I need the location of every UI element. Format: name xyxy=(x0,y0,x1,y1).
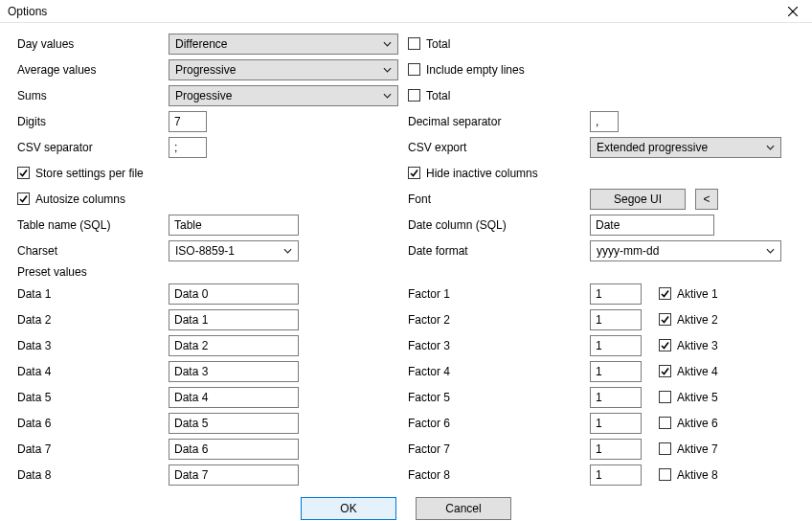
data-label: Data 8 xyxy=(17,468,169,482)
include-empty-checkbox[interactable]: Include empty lines xyxy=(408,63,525,77)
include-empty-label: Include empty lines xyxy=(426,63,525,77)
aktive-label: Aktive 8 xyxy=(677,468,718,482)
date-format-select[interactable]: yyyy-mm-dd xyxy=(590,240,781,261)
aktive-label: Aktive 7 xyxy=(677,442,718,456)
day-values-label: Day values xyxy=(17,37,169,51)
ok-button[interactable]: OK xyxy=(301,497,396,520)
csv-export-value: Extended progressive xyxy=(597,141,708,154)
digits-label: Digits xyxy=(17,115,169,128)
factor-input[interactable] xyxy=(590,464,642,486)
checkbox-box xyxy=(659,442,671,455)
digits-input[interactable] xyxy=(169,111,207,132)
aktive-checkbox[interactable]: Aktive 5 xyxy=(659,391,718,404)
sums-label: Sums xyxy=(17,89,169,102)
aktive-label: Aktive 4 xyxy=(677,365,718,378)
checkbox-box xyxy=(17,193,30,205)
chevron-down-icon xyxy=(283,248,292,254)
aktive-checkbox[interactable]: Aktive 7 xyxy=(659,442,718,456)
font-label: Font xyxy=(408,193,590,206)
date-format-value: yyyy-mm-dd xyxy=(597,244,659,258)
data-input[interactable] xyxy=(169,464,299,486)
checkbox-box xyxy=(659,365,671,377)
charset-label: Charset xyxy=(17,244,169,258)
total-checkbox-1[interactable]: Total xyxy=(408,37,450,51)
checkbox-box xyxy=(408,37,420,50)
data-label: Data 4 xyxy=(17,365,169,378)
decimal-separator-input[interactable] xyxy=(590,111,619,132)
charset-select[interactable]: ISO-8859-1 xyxy=(169,240,299,261)
average-values-label: Average values xyxy=(17,63,169,77)
factor-label: Factor 8 xyxy=(408,468,590,482)
table-name-label: Table name (SQL) xyxy=(17,218,169,232)
data-input[interactable] xyxy=(169,413,299,434)
window-title: Options xyxy=(8,5,779,18)
aktive-label: Aktive 3 xyxy=(677,339,718,352)
close-icon[interactable] xyxy=(779,2,806,21)
factor-label: Factor 5 xyxy=(408,391,590,404)
average-values-select[interactable]: Progressive xyxy=(169,59,398,80)
data-input[interactable] xyxy=(169,439,299,460)
autosize-columns-checkbox[interactable]: Autosize columns xyxy=(17,193,125,206)
data-input[interactable] xyxy=(169,283,299,305)
checkbox-box xyxy=(659,287,671,300)
total-label-1: Total xyxy=(426,37,450,51)
data-input[interactable] xyxy=(169,361,299,382)
factor-input[interactable] xyxy=(590,413,642,434)
checkbox-box xyxy=(17,167,30,179)
sums-value: Progessive xyxy=(175,89,232,102)
total-label-2: Total xyxy=(426,89,450,102)
data-input[interactable] xyxy=(169,387,299,408)
average-values-value: Progressive xyxy=(175,63,236,77)
aktive-checkbox[interactable]: Aktive 4 xyxy=(659,365,718,378)
factor-input[interactable] xyxy=(590,361,642,382)
checkbox-box xyxy=(659,468,671,481)
chevron-down-icon xyxy=(766,145,775,150)
checkbox-box xyxy=(659,339,671,351)
factor-input[interactable] xyxy=(590,283,642,305)
csv-separator-input[interactable] xyxy=(169,137,207,158)
aktive-checkbox[interactable]: Aktive 6 xyxy=(659,417,718,430)
day-values-value: Difference xyxy=(175,37,227,51)
data-input[interactable] xyxy=(169,309,299,330)
font-smaller-button[interactable]: < xyxy=(695,189,718,210)
total-checkbox-2[interactable]: Total xyxy=(408,89,450,102)
data-input[interactable] xyxy=(169,335,299,356)
factor-label: Factor 6 xyxy=(408,417,590,430)
font-button[interactable]: Segoe UI xyxy=(590,189,686,210)
aktive-label: Aktive 6 xyxy=(677,417,718,430)
data-label: Data 7 xyxy=(17,442,169,456)
chevron-down-icon xyxy=(383,67,392,73)
aktive-checkbox[interactable]: Aktive 8 xyxy=(659,468,718,482)
cancel-button[interactable]: Cancel xyxy=(416,497,511,520)
data-label: Data 5 xyxy=(17,391,169,404)
factor-label: Factor 3 xyxy=(408,339,590,352)
factor-input[interactable] xyxy=(590,335,642,356)
aktive-label: Aktive 2 xyxy=(677,313,718,327)
csv-export-label: CSV export xyxy=(408,141,590,154)
factor-input[interactable] xyxy=(590,387,642,408)
date-format-label: Date format xyxy=(408,244,590,258)
factor-label: Factor 2 xyxy=(408,313,590,327)
factor-label: Factor 7 xyxy=(408,442,590,456)
aktive-label: Aktive 1 xyxy=(677,287,718,301)
chevron-down-icon xyxy=(383,41,392,47)
store-settings-checkbox[interactable]: Store settings per file xyxy=(17,167,144,180)
date-column-input[interactable] xyxy=(590,215,714,236)
sums-select[interactable]: Progessive xyxy=(169,85,398,106)
data-label: Data 1 xyxy=(17,287,169,301)
preset-values-heading: Preset values xyxy=(17,265,795,279)
hide-inactive-checkbox[interactable]: Hide inactive columns xyxy=(408,167,538,180)
day-values-select[interactable]: Difference xyxy=(169,34,398,55)
table-name-input[interactable] xyxy=(169,215,299,236)
aktive-checkbox[interactable]: Aktive 1 xyxy=(659,287,718,301)
csv-export-select[interactable]: Extended progressive xyxy=(590,137,781,158)
aktive-checkbox[interactable]: Aktive 2 xyxy=(659,313,718,327)
date-column-label: Date column (SQL) xyxy=(408,218,590,232)
factor-input[interactable] xyxy=(590,439,642,460)
store-settings-label: Store settings per file xyxy=(35,167,144,180)
aktive-checkbox[interactable]: Aktive 3 xyxy=(659,339,718,352)
factor-input[interactable] xyxy=(590,309,642,330)
aktive-label: Aktive 5 xyxy=(677,391,718,404)
chevron-down-icon xyxy=(766,248,775,254)
autosize-columns-label: Autosize columns xyxy=(35,193,125,206)
